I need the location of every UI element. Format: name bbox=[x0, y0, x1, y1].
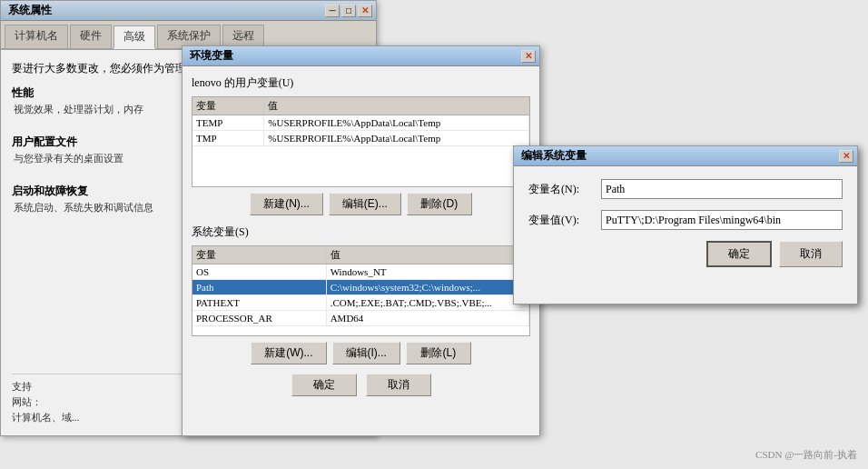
csdn-watermark: CSDN @一路向前-执着 bbox=[755, 448, 857, 462]
sys-btn-row: 新建(W)... 编辑(I)... 删除(L) bbox=[192, 342, 530, 364]
sys-row-os-var: OS bbox=[192, 264, 326, 280]
envvars-ok-btn[interactable]: 确定 bbox=[291, 374, 357, 396]
sys-row-processor-val: AMD64 bbox=[326, 311, 528, 326]
envvars-cancel-btn[interactable]: 取消 bbox=[366, 374, 431, 396]
sys-row-os-val: Windows_NT bbox=[326, 264, 528, 280]
user-col-var: 变量 bbox=[192, 97, 264, 115]
user-edit-btn[interactable]: 编辑(E)... bbox=[329, 193, 401, 215]
user-vars-table-wrapper[interactable]: 变量 值 TEMP %USERPROFILE%\AppData\Local\Te… bbox=[192, 96, 530, 187]
user-row-temp-val: %USERPROFILE%\AppData\Local\Temp bbox=[264, 115, 529, 131]
sys-col-var: 变量 bbox=[192, 246, 326, 264]
user-row-tmp-val: %USERPROFILE%\AppData\Local\Temp bbox=[264, 131, 529, 146]
editvar-btn-row: 确定 取消 bbox=[528, 241, 843, 267]
sysprops-close-btn[interactable]: ✕ bbox=[358, 5, 372, 17]
sys-delete-btn[interactable]: 删除(L) bbox=[406, 342, 471, 364]
sys-row-pathext-val: .COM;.EXE;.BAT;.CMD;.VBS;.VBE;... bbox=[326, 295, 528, 311]
edit-var-window: 编辑系统变量 ✕ 变量名(N): 变量值(V): 确定 取消 bbox=[513, 145, 858, 304]
sys-row-path-val: C:\windows\system32;C:\windows;... bbox=[326, 280, 528, 295]
user-row-temp[interactable]: TEMP %USERPROFILE%\AppData\Local\Temp bbox=[192, 115, 529, 131]
user-row-tmp-var: TMP bbox=[192, 131, 264, 146]
sys-row-path[interactable]: Path C:\windows\system32;C:\windows;... bbox=[192, 280, 529, 295]
editvar-value-label: 变量值(V): bbox=[528, 213, 601, 228]
envvars-close-btn[interactable]: ✕ bbox=[521, 50, 536, 63]
editvar-cancel-btn[interactable]: 取消 bbox=[779, 241, 843, 267]
user-delete-btn[interactable]: 删除(D) bbox=[407, 193, 472, 215]
sys-row-os[interactable]: OS Windows_NT bbox=[192, 264, 529, 280]
sys-vars-table: 变量 值 OS Windows_NT Path C:\windows\syste… bbox=[192, 246, 529, 326]
sys-row-processor[interactable]: PROCESSOR_AR AMD64 bbox=[192, 311, 529, 326]
envvars-title: 环境变量 bbox=[186, 48, 233, 64]
sysprops-maximize-btn[interactable]: □ bbox=[341, 5, 356, 17]
editvar-title: 编辑系统变量 bbox=[518, 148, 587, 164]
tab-hardware[interactable]: 硬件 bbox=[70, 25, 112, 48]
tab-computer-name[interactable]: 计算机名 bbox=[5, 25, 68, 48]
tab-advanced[interactable]: 高级 bbox=[113, 25, 155, 49]
editvar-close-btn[interactable]: ✕ bbox=[839, 150, 853, 163]
editvar-ok-btn[interactable]: 确定 bbox=[706, 241, 772, 267]
sysprops-title: 系统属性 bbox=[5, 3, 52, 18]
sys-vars-title: 系统变量(S) bbox=[192, 225, 530, 240]
user-vars-table: 变量 值 TEMP %USERPROFILE%\AppData\Local\Te… bbox=[192, 97, 529, 146]
user-btn-row: 新建(N)... 编辑(E)... 删除(D) bbox=[192, 193, 530, 215]
sys-row-pathext-var: PATHEXT bbox=[192, 295, 326, 311]
user-row-temp-var: TEMP bbox=[192, 115, 264, 131]
sys-row-pathext[interactable]: PATHEXT .COM;.EXE;.BAT;.CMD;.VBS;.VBE;..… bbox=[192, 295, 529, 311]
sys-new-btn[interactable]: 新建(W)... bbox=[251, 342, 326, 364]
user-col-val: 值 bbox=[264, 97, 529, 115]
editvar-title-bar: 编辑系统变量 ✕ bbox=[514, 146, 857, 166]
editvar-content: 变量名(N): 变量值(V): 确定 取消 bbox=[514, 166, 857, 280]
editvar-controls: ✕ bbox=[839, 150, 853, 163]
sys-row-path-var: Path bbox=[192, 280, 326, 295]
editvar-value-input[interactable] bbox=[601, 210, 843, 230]
env-vars-window: 环境变量 ✕ lenovo 的用户变量(U) 变量 值 TEMP %USERPR… bbox=[182, 45, 540, 436]
user-row-tmp[interactable]: TMP %USERPROFILE%\AppData\Local\Temp bbox=[192, 131, 529, 146]
editvar-name-input[interactable] bbox=[601, 179, 843, 199]
sysprops-controls: ─ □ ✕ bbox=[325, 5, 372, 17]
envvars-controls: ✕ bbox=[521, 50, 536, 63]
editvar-name-label: 变量名(N): bbox=[528, 182, 601, 197]
user-vars-title: lenovo 的用户变量(U) bbox=[192, 75, 530, 91]
sys-edit-btn[interactable]: 编辑(I)... bbox=[332, 342, 400, 364]
user-new-btn[interactable]: 新建(N)... bbox=[250, 193, 323, 215]
envvars-content: lenovo 的用户变量(U) 变量 值 TEMP %USERPROFILE%\… bbox=[182, 66, 539, 405]
sysprops-minimize-btn[interactable]: ─ bbox=[325, 5, 340, 17]
editvar-value-row: 变量值(V): bbox=[528, 210, 843, 230]
editvar-name-row: 变量名(N): bbox=[528, 179, 843, 199]
sysprops-title-bar: 系统属性 ─ □ ✕ bbox=[1, 1, 376, 21]
envvars-ok-cancel: 确定 取消 bbox=[192, 374, 530, 396]
sys-col-val: 值 bbox=[326, 246, 528, 264]
envvars-title-bar: 环境变量 ✕ bbox=[182, 46, 539, 66]
sys-vars-table-wrapper[interactable]: 变量 值 OS Windows_NT Path C:\windows\syste… bbox=[192, 245, 530, 336]
sys-row-processor-var: PROCESSOR_AR bbox=[192, 311, 326, 326]
